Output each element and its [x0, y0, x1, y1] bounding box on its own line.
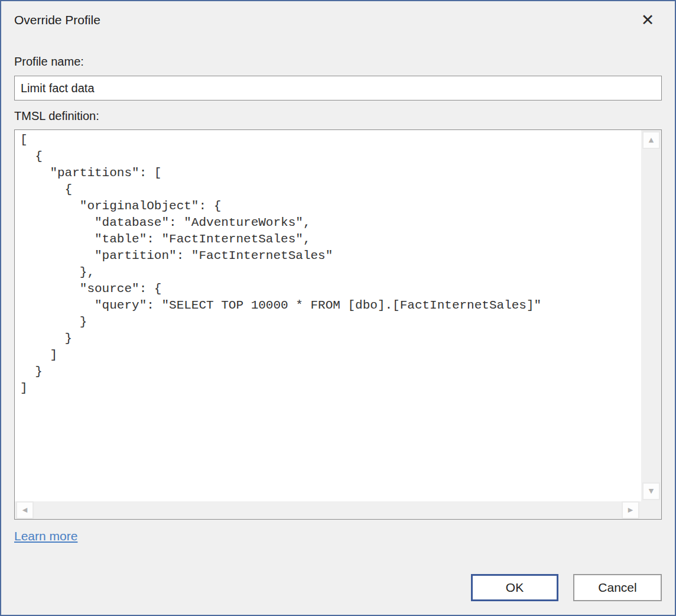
cancel-button[interactable]: Cancel [573, 574, 662, 601]
scroll-left-icon[interactable]: ◀ [16, 501, 34, 519]
scroll-down-icon[interactable]: ▼ [642, 482, 660, 500]
scroll-up-icon[interactable]: ▲ [642, 131, 660, 149]
horizontal-scrollbar[interactable]: ◀ ▶ [15, 501, 661, 519]
override-profile-dialog: Override Profile ✕ Profile name: TMSL de… [0, 0, 676, 616]
ok-button[interactable]: OK [471, 574, 558, 601]
profile-name-input[interactable] [14, 76, 662, 100]
tmsl-definition-editor[interactable]: [ { "partitions": [ { "originalObject": … [14, 129, 662, 520]
dialog-title: Override Profile [14, 13, 100, 27]
profile-name-label: Profile name: [14, 55, 84, 69]
scroll-right-icon[interactable]: ▶ [622, 501, 639, 519]
tmsl-code-text[interactable]: [ { "partitions": [ { "originalObject": … [15, 130, 641, 501]
close-icon[interactable]: ✕ [636, 8, 659, 32]
tmsl-definition-label: TMSL definition: [14, 109, 99, 123]
vertical-scrollbar[interactable]: ▲ ▼ [641, 130, 661, 501]
learn-more-link[interactable]: Learn more [14, 529, 77, 543]
